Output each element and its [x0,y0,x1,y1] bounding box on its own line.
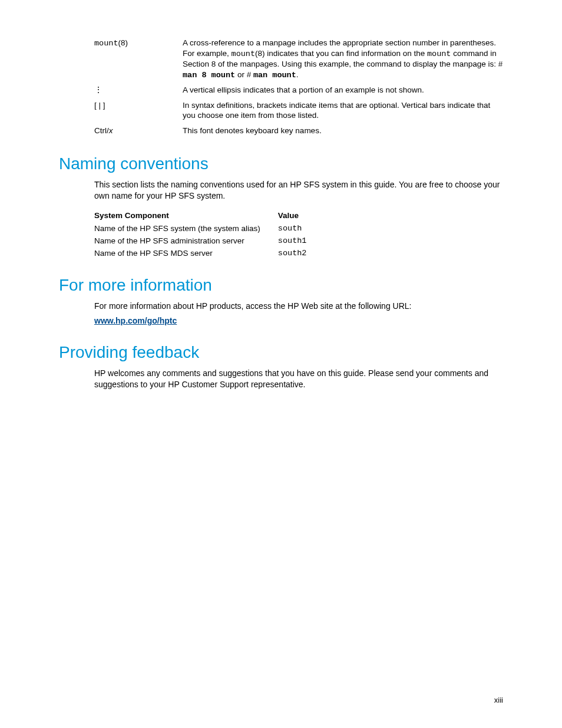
convention-definition: In syntax definitions, brackets indicate… [183,98,503,123]
convention-definition: A vertical ellipsis indicates that a por… [183,83,503,98]
cell-component: Name of the HP SFS administration server [94,235,278,247]
convention-definition: A cross-reference to a manpage includes … [183,35,503,83]
table-row: Name of the HP SFS MDS server south2 [94,247,324,259]
cell-component: Name of the HP SFS system (the system al… [94,222,278,235]
page-number: xiii [494,696,503,704]
convention-term: [ | ] [94,98,183,123]
table-header-row: System Component Value [94,209,324,222]
feedback-body: HP welcomes any comments and suggestions… [94,368,503,390]
conventions-table: mount(8) A cross-reference to a manpage … [94,35,503,138]
th-system-component: System Component [94,209,278,222]
hptc-link[interactable]: www.hp.com/go/hptc [94,316,177,325]
naming-intro: This section lists the naming convention… [94,179,503,202]
term-rest: (8) [118,38,128,47]
convention-row: mount(8) A cross-reference to a manpage … [94,35,503,83]
convention-term: mount(8) [94,35,183,83]
page: mount(8) A cross-reference to a manpage … [0,0,562,728]
moreinfo-link-wrap: www.hp.com/go/hptc [94,315,503,327]
naming-table: System Component Value Name of the HP SF… [94,209,324,259]
heading-for-more-information: For more information [59,276,503,295]
convention-definition: This font denotes keyboard key names. [183,123,503,139]
cell-component: Name of the HP SFS MDS server [94,247,278,259]
convention-term: ⋮ [94,83,183,98]
table-row: Name of the HP SFS system (the system al… [94,222,324,235]
cell-value: south1 [278,235,325,247]
convention-row: ⋮ A vertical ellipsis indicates that a p… [94,83,503,98]
cell-value: south [278,222,325,235]
cell-value: south2 [278,247,325,259]
moreinfo-intro: For more information about HP products, … [94,301,503,312]
convention-term: Ctrl/x [94,123,183,139]
th-value: Value [278,209,325,222]
convention-row: Ctrl/x This font denotes keyboard key na… [94,123,503,139]
heading-providing-feedback: Providing feedback [59,343,503,362]
heading-naming-conventions: Naming conventions [59,154,503,173]
term-mono: mount [94,39,118,48]
convention-row: [ | ] In syntax definitions, brackets in… [94,98,503,123]
vertical-ellipsis-icon: ⋮ [94,85,103,94]
table-row: Name of the HP SFS administration server… [94,235,324,247]
